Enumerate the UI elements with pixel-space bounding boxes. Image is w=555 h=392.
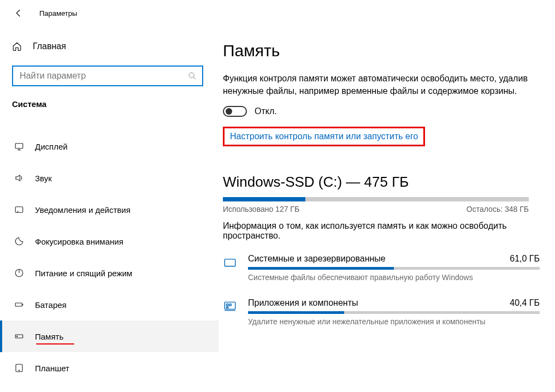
svg-rect-9 (225, 259, 235, 266)
category-size: 40,4 ГБ (510, 298, 540, 308)
drive-title: Windows-SSD (C:) — 475 ГБ (223, 174, 540, 191)
home-link[interactable]: Главная (0, 37, 219, 56)
category-bar (248, 311, 540, 314)
category-description: Удалите ненужные или нежелательные прило… (248, 317, 540, 326)
sidebar-item-label: Звук (35, 174, 52, 183)
back-button[interactable] (10, 4, 27, 22)
notifications-icon (14, 205, 26, 215)
svg-rect-13 (227, 307, 228, 308)
storage-category-apps[interactable]: Приложения и компоненты40,4 ГБУдалите не… (223, 298, 540, 326)
sidebar: Главная Система ДисплейЗвукУведомления и… (0, 26, 219, 392)
sidebar-item-display[interactable]: Дисплей (0, 130, 219, 162)
svg-rect-12 (229, 304, 231, 306)
svg-point-8 (19, 370, 19, 371)
drive-description: Информация о том, как используется памят… (223, 221, 529, 241)
sidebar-item-power[interactable]: Питание и спящий режим (0, 257, 219, 289)
configure-storage-sense-link[interactable]: Настроить контроль памяти или запустить … (230, 132, 418, 141)
search-box[interactable] (12, 66, 203, 86)
sidebar-item-label: Питание и спящий режим (35, 269, 132, 278)
storage-sense-description: Функция контроля памяти может автоматиче… (223, 72, 529, 97)
category-name: Приложения и компоненты (248, 298, 358, 308)
sidebar-item-label: Планшет (35, 364, 69, 373)
storage-category-system[interactable]: Системные и зарезервированные61,0 ГБСист… (223, 254, 540, 282)
category-description: Системные файлы обеспечивают правильную … (248, 273, 540, 282)
sidebar-item-label: Уведомления и действия (35, 205, 131, 215)
sidebar-item-sound[interactable]: Звук (0, 162, 219, 194)
svg-point-0 (189, 73, 194, 78)
configure-link-box: Настроить контроль памяти или запустить … (223, 127, 425, 146)
group-title: Система (0, 99, 219, 109)
sidebar-item-focus[interactable]: Фокусировка внимания (0, 225, 219, 257)
sidebar-item-tablet[interactable]: Планшет (0, 352, 219, 384)
sound-icon (14, 173, 26, 183)
svg-rect-1 (15, 144, 23, 149)
home-icon (12, 41, 24, 51)
toggle-state-label: Откл. (255, 106, 277, 116)
power-icon (14, 268, 26, 278)
search-icon (188, 72, 197, 80)
drive-used-label: Использовано 127 ГБ (223, 205, 299, 213)
sidebar-item-notifications[interactable]: Уведомления и действия (0, 194, 219, 225)
display-icon (14, 141, 26, 151)
category-bar (248, 267, 540, 270)
sidebar-item-label: Фокусировка внимания (35, 237, 123, 246)
header-title: Параметры (39, 9, 77, 17)
category-size: 61,0 ГБ (510, 254, 540, 264)
sidebar-item-battery[interactable]: Батарея (0, 289, 219, 320)
nav-list: ДисплейЗвукУведомления и действияФокусир… (0, 130, 219, 384)
tablet-icon (14, 363, 26, 373)
svg-rect-11 (227, 304, 228, 306)
storage-sense-toggle[interactable] (223, 106, 247, 117)
home-label: Главная (33, 41, 66, 51)
svg-rect-4 (15, 303, 22, 306)
header: Параметры (0, 0, 555, 26)
storage-icon (14, 331, 26, 341)
drive-usage-bar (223, 197, 529, 201)
sidebar-item-label: Дисплей (35, 142, 68, 151)
search-input[interactable] (19, 70, 188, 81)
focus-icon (14, 236, 26, 246)
battery-icon (14, 300, 26, 310)
category-name: Системные и зарезервированные (248, 254, 386, 264)
drive-free-label: Осталось: 348 ГБ (467, 205, 529, 213)
apps-icon (223, 298, 239, 313)
svg-rect-2 (15, 207, 23, 213)
system-icon (223, 254, 239, 269)
sidebar-item-label: Память (35, 332, 63, 341)
svg-point-6 (17, 336, 18, 337)
page-title: Память (223, 41, 540, 60)
sidebar-item-label: Батарея (35, 300, 67, 310)
main-content: Память Функция контроля памяти может авт… (219, 26, 555, 392)
arrow-left-icon (14, 8, 23, 18)
sidebar-item-storage[interactable]: Память (0, 320, 219, 352)
